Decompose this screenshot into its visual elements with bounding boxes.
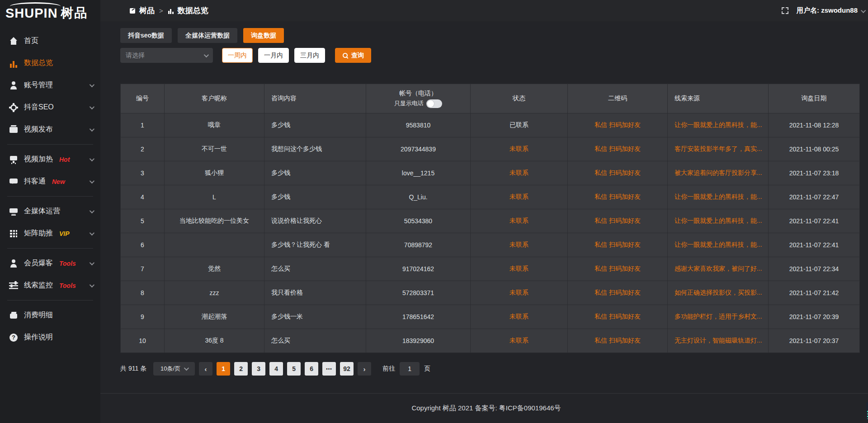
cell-qrcode-link[interactable]: 私信 扫码加好友 <box>568 209 667 233</box>
cell-source-link[interactable]: 客厅安装投影半年多了，真实... <box>668 137 768 161</box>
gear-icon <box>9 103 18 112</box>
cell-qrcode-link[interactable]: 私信 扫码加好友 <box>568 137 667 161</box>
col-header-date: 询盘日期 <box>769 84 859 113</box>
cell-nickname: 潮起潮落 <box>165 305 264 329</box>
goto-page: 前往 页 <box>382 362 430 376</box>
page-button-92[interactable]: 92 <box>340 362 354 376</box>
sidebar-item-account-manage[interactable]: 账号管理 <box>0 74 100 96</box>
page-button-3[interactable]: 3 <box>252 362 265 376</box>
cell-status: 未联系 <box>471 257 567 281</box>
cell-source-link[interactable]: 被大家追着问的客厅投影分享... <box>668 161 768 185</box>
cell-content: 多少钱一米 <box>264 305 366 329</box>
cell-date: 2021-11-07 21:42 <box>769 281 859 305</box>
cell-source-link[interactable]: 让你一眼就爱上的黑科技，能... <box>668 113 768 137</box>
table-row: 6 多少钱？让我死心 看 70898792 未联系 私信 扫码加好友 让你一眼就… <box>121 233 859 257</box>
cell-date: 2021-11-07 23:18 <box>769 161 859 185</box>
cell-qrcode-link[interactable]: 私信 扫码加好友 <box>568 113 667 137</box>
cell-source-link[interactable]: 感谢大家喜欢我家，被问了好... <box>668 257 768 281</box>
sidebar-item-label: 视频发布 <box>24 125 53 134</box>
cell-content: 多少钱？让我死心 看 <box>264 233 366 257</box>
cell-nickname: 哦章 <box>165 113 264 137</box>
cell-nickname <box>165 233 264 257</box>
goto-page-input[interactable] <box>400 362 420 376</box>
cell-qrcode-link[interactable]: 私信 扫码加好友 <box>568 305 667 329</box>
tab-inquiry-data[interactable]: 询盘数据 <box>243 28 284 43</box>
period-quarter[interactable]: 三月内 <box>294 48 325 63</box>
data-tabs: 抖音seo数据 全媒体运营数据 询盘数据 <box>120 28 860 43</box>
logo-arc <box>10 2 61 10</box>
cell-source-link[interactable]: 让你一眼就爱上的黑科技，能... <box>668 233 768 257</box>
bar-chart-icon <box>9 59 18 68</box>
chevron-down-icon <box>90 178 94 183</box>
user-menu[interactable]: 用户名: zswodun88 <box>797 6 865 15</box>
sidebar-item-label: 数据总览 <box>24 58 53 68</box>
sidebar-item-member-baoke[interactable]: 会员爆客 Tools <box>0 252 100 274</box>
filter-select[interactable]: 请选择 <box>120 48 213 63</box>
breadcrumb-root[interactable]: 树品 <box>139 5 155 16</box>
sidebar-item-douyin-seo[interactable]: 抖音SEO <box>0 96 100 118</box>
fullscreen-icon[interactable] <box>782 7 788 14</box>
page-button-2[interactable]: 2 <box>234 362 248 376</box>
sidebar-item-help[interactable]: 操作说明 <box>0 326 100 348</box>
page-button-active[interactable]: 1 <box>217 362 230 376</box>
breadcrumb: 树品 > 数据总览 <box>129 5 208 16</box>
cell-source-link[interactable]: 多功能护栏灯，适用于乡村文... <box>668 305 768 329</box>
sidebar-item-badge: Hot <box>59 156 70 163</box>
cell-nickname: L <box>165 185 264 209</box>
period-month[interactable]: 一月内 <box>258 48 289 63</box>
sidebar-item-label: 矩阵助推 <box>24 229 53 238</box>
sidebar-item-video-publish[interactable]: 视频发布 <box>0 118 100 141</box>
sidebar-item-video-heat[interactable]: 视频加热 Hot <box>0 148 100 170</box>
page-button-5[interactable]: 5 <box>287 362 301 376</box>
sidebar-item-label: 操作说明 <box>24 333 53 342</box>
sidebar-item-label: 消费明细 <box>24 310 53 320</box>
sidebar-item-matrix-boost[interactable]: 矩阵助推 VIP <box>0 222 100 244</box>
cell-source-link[interactable]: 如何正确选择投影仪，买投影... <box>668 281 768 305</box>
goto-label: 前往 <box>382 365 395 373</box>
phone-only-toggle[interactable] <box>426 99 442 108</box>
cell-nickname: zzz <box>165 281 264 305</box>
cell-qrcode-link[interactable]: 私信 扫码加好友 <box>568 257 667 281</box>
prev-page-button[interactable]: ‹ <box>199 362 212 376</box>
sidebar-item-expense-detail[interactable]: 消费明细 <box>0 304 100 326</box>
sidebar-item-label: 抖音SEO <box>24 103 54 112</box>
sidebar-item-home[interactable]: 首页 <box>0 30 100 52</box>
sidebar-item-doukertong[interactable]: 抖客通 New <box>0 170 100 193</box>
cell-status: 未联系 <box>471 185 567 209</box>
next-page-button[interactable]: › <box>358 362 371 376</box>
table-row: 1 哦章 多少钱 9583810 已联系 私信 扫码加好友 让你一眼就爱上的黑科… <box>121 113 859 137</box>
cell-id: 7 <box>121 257 164 281</box>
cell-qrcode-link[interactable]: 私信 扫码加好友 <box>568 281 667 305</box>
chevron-down-icon <box>90 156 94 161</box>
cell-qrcode-link[interactable]: 私信 扫码加好友 <box>568 233 667 257</box>
content: 抖音seo数据 全媒体运营数据 询盘数据 请选择 一周内 一月内 三月内 查询 … <box>100 21 868 393</box>
cell-source-link[interactable]: 让你一眼就爱上的黑科技，能... <box>668 209 768 233</box>
help-icon <box>9 333 18 342</box>
period-week[interactable]: 一周内 <box>222 48 253 63</box>
sidebar-item-data-overview[interactable]: 数据总览 <box>0 52 100 74</box>
cell-content: 多少钱 <box>264 161 366 185</box>
table-row: 4 L 多少钱 Q_Liu. 未联系 私信 扫码加好友 让你一眼就爱上的黑科技，… <box>121 185 859 209</box>
search-button[interactable]: 查询 <box>335 48 371 63</box>
cell-qrcode-link[interactable]: 私信 扫码加好友 <box>568 185 667 209</box>
cell-source-link[interactable]: 让你一眼就爱上的黑科技，能... <box>668 185 768 209</box>
page-size-select[interactable]: 10条/页 <box>153 362 195 376</box>
cell-id: 10 <box>121 329 164 352</box>
sliders-icon <box>9 281 18 290</box>
pagination: 共 911 条 10条/页 ‹ 123456•••92 › 前往 页 <box>120 362 860 376</box>
page-ellipsis[interactable]: ••• <box>322 362 336 376</box>
page-button-6[interactable]: 6 <box>305 362 318 376</box>
page-button-4[interactable]: 4 <box>269 362 283 376</box>
tab-media-operation-data[interactable]: 全媒体运营数据 <box>178 28 237 43</box>
sidebar-item-clue-monitor[interactable]: 线索监控 Tools <box>0 274 100 296</box>
filter-select-placeholder: 请选择 <box>126 52 145 60</box>
chat-icon <box>9 177 18 186</box>
cell-qrcode-link[interactable]: 私信 扫码加好友 <box>568 329 667 352</box>
sidebar-menu: 首页 数据总览 账号管理 抖音SEO 视频发布 视频加热 Hot 抖客通 New <box>0 26 100 348</box>
tab-douyin-seo-data[interactable]: 抖音seo数据 <box>120 28 172 43</box>
sidebar-item-media-operation[interactable]: 全媒体运营 <box>0 200 100 222</box>
filter-bar: 请选择 一周内 一月内 三月内 查询 <box>120 48 860 63</box>
floating-widget[interactable] <box>866 402 868 420</box>
cell-source-link[interactable]: 无主灯设计，智能磁吸轨道灯... <box>668 329 768 352</box>
cell-qrcode-link[interactable]: 私信 扫码加好友 <box>568 161 667 185</box>
